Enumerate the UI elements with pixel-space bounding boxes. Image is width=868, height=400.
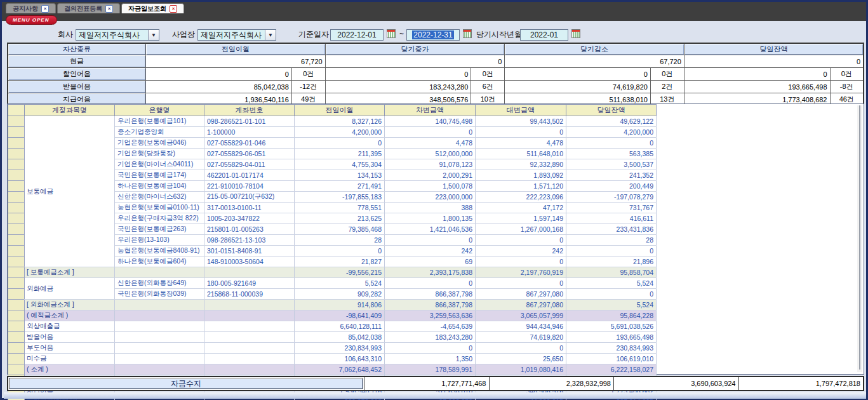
account-label-cell[interactable]: 외상매출금: [25, 321, 115, 332]
amount-cell[interactable]: -98,641,409: [295, 310, 385, 321]
calendar-icon[interactable]: [387, 29, 396, 38]
amount-cell[interactable]: 3,065,057,999: [476, 310, 566, 321]
account-no-cell[interactable]: 215-05-007210(구632): [204, 192, 295, 203]
row-indicator-cell[interactable]: [8, 138, 25, 149]
amount-cell[interactable]: 866,387,798: [385, 300, 476, 310]
amount-cell[interactable]: 4,200,000: [566, 127, 657, 138]
amount-cell[interactable]: 4,478: [385, 138, 476, 149]
amount-cell[interactable]: 5,524: [566, 278, 657, 289]
row-indicator-cell[interactable]: [8, 267, 25, 278]
scrollbar-thumb[interactable]: [859, 105, 860, 370]
amount-cell[interactable]: 211,395: [295, 149, 385, 159]
amount-cell[interactable]: 1,571,120: [476, 181, 566, 192]
amount-cell[interactable]: 92,332,890: [476, 159, 566, 170]
row-indicator-cell[interactable]: [8, 170, 25, 181]
bank-name-cell[interactable]: [115, 332, 204, 343]
company-select[interactable]: 제일저지주식회사 ▼: [76, 29, 159, 41]
tab-close-icon[interactable]: ×: [41, 5, 49, 13]
amount-cell[interactable]: 731,767: [566, 203, 657, 213]
bank-name-cell[interactable]: 신한은행(외화통장649): [115, 278, 204, 289]
row-indicator-cell[interactable]: [8, 300, 25, 310]
amount-cell[interactable]: 0: [295, 246, 385, 257]
amount-cell[interactable]: 213,625: [295, 213, 385, 224]
amount-cell[interactable]: 223,000,000: [385, 192, 476, 203]
tab-inactive[interactable]: 공지사항×: [6, 3, 56, 13]
amount-cell[interactable]: 563,385: [566, 149, 657, 159]
amount-cell[interactable]: 69: [385, 257, 476, 267]
amount-cell[interactable]: 4,755,304: [295, 159, 385, 170]
row-indicator-cell[interactable]: [8, 213, 25, 224]
account-group-cell[interactable]: 외화예금: [25, 278, 115, 300]
amount-cell[interactable]: 0: [476, 127, 566, 138]
amount-cell[interactable]: 416,611: [566, 213, 657, 224]
amount-cell[interactable]: 134,153: [295, 170, 385, 181]
amount-cell[interactable]: 28: [566, 235, 657, 246]
amount-cell[interactable]: 28: [295, 235, 385, 246]
amount-cell[interactable]: 230,834,993: [295, 343, 385, 354]
row-indicator-cell[interactable]: [8, 149, 25, 159]
amount-cell[interactable]: 230,834,993: [566, 343, 657, 354]
amount-cell[interactable]: 49,629,122: [566, 116, 657, 127]
amount-cell[interactable]: 914,806: [295, 300, 385, 310]
site-select[interactable]: 제일저지주식회사 ▼: [197, 29, 276, 41]
account-no-cell[interactable]: 215868-11-000039: [204, 289, 295, 300]
amount-cell[interactable]: 99,443,502: [476, 116, 566, 127]
amount-cell[interactable]: 79,385,468: [295, 224, 385, 235]
account-no-cell[interactable]: 301-0151-8408-91: [204, 246, 295, 257]
amount-cell[interactable]: 0: [385, 278, 476, 289]
bank-name-cell[interactable]: 우리은행(13-103): [115, 235, 204, 246]
row-indicator-cell[interactable]: [8, 159, 25, 170]
account-no-cell[interactable]: 180-005-921649: [204, 278, 295, 289]
tab-close-icon[interactable]: ×: [170, 5, 177, 13]
account-no-cell[interactable]: 1005-203-347822: [204, 213, 295, 224]
account-no-cell[interactable]: [204, 267, 295, 278]
account-no-cell[interactable]: 462201-01-017174: [204, 170, 295, 181]
amount-cell[interactable]: 5,524: [295, 278, 385, 289]
amount-cell[interactable]: 5,524: [566, 300, 657, 310]
row-indicator-cell[interactable]: [8, 321, 25, 332]
bank-name-cell[interactable]: 우리은행(구매자금3억 822): [115, 213, 204, 224]
row-indicator-cell[interactable]: [8, 278, 25, 289]
amount-cell[interactable]: 183,243,280: [385, 332, 476, 343]
account-no-cell[interactable]: 027-055829-01-046: [204, 138, 295, 149]
calendar-icon[interactable]: [571, 29, 580, 38]
row-indicator-cell[interactable]: [8, 235, 25, 246]
amount-cell[interactable]: 2,393,175,838: [385, 267, 476, 278]
row-indicator-cell[interactable]: [8, 192, 25, 203]
amount-cell[interactable]: 222,223,096: [476, 192, 566, 203]
amount-cell[interactable]: -197,855,183: [295, 192, 385, 203]
amount-cell[interactable]: 867,297,080: [476, 300, 566, 310]
amount-cell[interactable]: 140,745,498: [385, 116, 476, 127]
bank-name-cell[interactable]: 농협은행(보통예금0100-11): [115, 203, 204, 213]
amount-cell[interactable]: 0: [476, 343, 566, 354]
bank-name-cell[interactable]: 기업은행(당좌통장): [115, 149, 204, 159]
amount-cell[interactable]: 1,800,135: [385, 213, 476, 224]
bank-name-cell[interactable]: [115, 321, 204, 332]
amount-cell[interactable]: 0: [566, 246, 657, 257]
account-no-cell[interactable]: 027-055829-06-051: [204, 149, 295, 159]
amount-cell[interactable]: 6,640,128,111: [295, 321, 385, 332]
row-indicator-cell[interactable]: [8, 127, 25, 138]
amount-cell[interactable]: 0: [566, 138, 657, 149]
amount-cell[interactable]: 1,893,092: [476, 170, 566, 181]
row-indicator-cell[interactable]: [8, 364, 25, 375]
account-no-cell[interactable]: [204, 343, 295, 354]
bank-name-cell[interactable]: 기업은행(보통예금046): [115, 138, 204, 149]
bank-name-cell[interactable]: 국민은행(외화통장039): [115, 289, 204, 300]
amount-cell[interactable]: 388: [385, 203, 476, 213]
amount-cell[interactable]: 2,000,291: [385, 170, 476, 181]
amount-cell[interactable]: 47,172: [476, 203, 566, 213]
bank-name-cell[interactable]: 중소기업중앙회: [115, 127, 204, 138]
amount-cell[interactable]: 21,896: [566, 257, 657, 267]
bank-name-cell[interactable]: 국민은행(보통예금263): [115, 224, 204, 235]
row-indicator-cell[interactable]: [8, 332, 25, 343]
bank-name-cell[interactable]: 기업은행(마이너스04011): [115, 159, 204, 170]
menu-open-button[interactable]: MENU OPEN: [6, 15, 57, 25]
account-no-cell[interactable]: [204, 321, 295, 332]
account-no-cell[interactable]: 098-286521-13-103: [204, 235, 295, 246]
tab-inactive[interactable]: 결의전표등록×: [57, 3, 120, 13]
amount-cell[interactable]: 1,267,000,168: [476, 224, 566, 235]
amount-cell[interactable]: 778,551: [295, 203, 385, 213]
bank-name-cell[interactable]: 우리은행(보통예금101): [115, 116, 204, 127]
account-no-cell[interactable]: [204, 310, 295, 321]
